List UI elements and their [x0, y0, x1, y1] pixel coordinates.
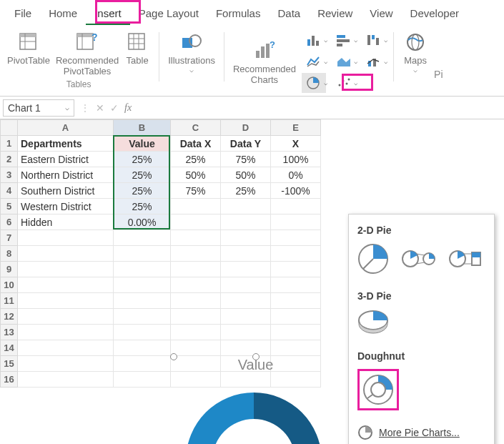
row-header[interactable]: 9 — [1, 262, 18, 277]
cell[interactable] — [221, 277, 271, 293]
row-header[interactable]: 2 — [1, 152, 18, 167]
cell[interactable]: Northern District — [18, 167, 114, 183]
illustrations-button[interactable]: Illustrations ⌵ — [167, 28, 217, 75]
pivottable-button[interactable]: PivotTable — [6, 28, 51, 67]
cell[interactable] — [221, 214, 271, 230]
row-header[interactable]: 15 — [1, 356, 18, 372]
cell[interactable]: 100% — [271, 152, 321, 167]
cell[interactable]: Value — [114, 136, 171, 152]
table-button[interactable]: Table — [123, 28, 152, 67]
cell[interactable] — [271, 262, 321, 277]
cell[interactable]: Hidden — [18, 214, 114, 230]
enter-icon[interactable]: ✓ — [110, 102, 119, 114]
scatter-chart-button[interactable]: ⌵ — [332, 73, 356, 93]
cell[interactable] — [221, 199, 271, 214]
cell[interactable] — [221, 230, 271, 246]
area-chart-button[interactable]: ⌵ — [332, 51, 356, 71]
tab-formulas[interactable]: Formulas — [207, 3, 270, 25]
cell[interactable] — [171, 246, 221, 262]
cell[interactable] — [114, 246, 171, 262]
combo-chart-button[interactable]: ⌵ — [362, 51, 386, 71]
cell[interactable]: Western District — [18, 199, 114, 214]
cell[interactable] — [114, 293, 171, 309]
cell[interactable] — [271, 309, 321, 325]
cell[interactable] — [271, 246, 321, 262]
cell[interactable] — [18, 277, 114, 293]
row-header[interactable]: 10 — [1, 277, 18, 293]
pie-3d-option[interactable] — [357, 309, 389, 335]
cell[interactable] — [221, 262, 271, 277]
pie-chart-button[interactable]: ⌵ — [302, 73, 326, 93]
more-pie-charts-link[interactable]: More Pie Charts... — [357, 425, 485, 440]
select-all-corner[interactable] — [1, 120, 18, 136]
col-header-A[interactable]: A — [18, 120, 114, 136]
cell[interactable] — [114, 325, 171, 340]
cell[interactable]: Southern District — [18, 183, 114, 199]
cell[interactable] — [114, 309, 171, 325]
cell[interactable] — [221, 325, 271, 340]
cell[interactable] — [114, 262, 171, 277]
cell[interactable] — [114, 356, 171, 372]
cell[interactable] — [271, 230, 321, 246]
cell[interactable] — [18, 293, 114, 309]
cell[interactable] — [271, 214, 321, 230]
formula-input[interactable] — [137, 100, 501, 116]
cell[interactable]: Eastern District — [18, 152, 114, 167]
row-header[interactable]: 5 — [1, 199, 18, 214]
tab-view[interactable]: View — [361, 3, 401, 25]
cell[interactable] — [18, 325, 114, 340]
worksheet[interactable]: ABCDE 1DepartmentsValueData XData YX2Eas… — [0, 119, 504, 388]
cell[interactable]: 50% — [171, 167, 221, 183]
pie-of-pie-option[interactable] — [402, 247, 436, 271]
bar-chart-button[interactable]: ⌵ — [332, 30, 356, 50]
cell[interactable]: 25% — [114, 152, 171, 167]
cell[interactable] — [171, 230, 221, 246]
row-header[interactable]: 12 — [1, 309, 18, 325]
cell[interactable] — [221, 246, 271, 262]
cell[interactable] — [171, 293, 221, 309]
doughnut-option[interactable] — [362, 374, 394, 405]
cell[interactable] — [171, 309, 221, 325]
row-header[interactable]: 6 — [1, 214, 18, 230]
row-header[interactable]: 11 — [1, 293, 18, 309]
row-header[interactable]: 3 — [1, 167, 18, 183]
cell[interactable]: 75% — [221, 152, 271, 167]
cell[interactable] — [221, 340, 271, 356]
fx-button[interactable]: fx — [124, 102, 132, 114]
cell[interactable] — [18, 372, 114, 388]
cell[interactable] — [18, 356, 114, 372]
rec-charts-button[interactable]: ? Recommended Charts — [232, 36, 297, 87]
cell[interactable] — [171, 199, 221, 214]
cell[interactable]: Departments — [18, 136, 114, 152]
cell[interactable]: Data X — [171, 136, 221, 152]
cell[interactable] — [18, 340, 114, 356]
cell[interactable] — [114, 340, 171, 356]
cell[interactable]: -100% — [271, 183, 321, 199]
row-header[interactable]: 16 — [1, 372, 18, 388]
maps-button[interactable]: Maps ⌵ — [401, 28, 430, 75]
cell[interactable]: 25% — [171, 152, 221, 167]
line-chart-button[interactable]: ⌵ — [302, 51, 326, 71]
cell[interactable]: Data Y — [221, 136, 271, 152]
col-header-D[interactable]: D — [221, 120, 271, 136]
cell[interactable] — [18, 230, 114, 246]
row-header[interactable]: 13 — [1, 325, 18, 340]
row-header[interactable]: 1 — [1, 136, 18, 152]
cell[interactable]: 25% — [114, 183, 171, 199]
cell[interactable] — [18, 246, 114, 262]
cell[interactable] — [114, 372, 171, 388]
tab-developer[interactable]: Developer — [402, 3, 468, 25]
cell[interactable] — [221, 293, 271, 309]
cell[interactable] — [171, 214, 221, 230]
cell[interactable] — [171, 340, 221, 356]
cancel-icon[interactable]: ✕ — [96, 102, 104, 114]
name-box[interactable]: Chart 1 ⌵ — [3, 99, 74, 117]
cell[interactable] — [271, 199, 321, 214]
tab-data[interactable]: Data — [269, 3, 309, 25]
waterfall-chart-button[interactable]: ⌵ — [362, 30, 386, 50]
cell[interactable]: 25% — [114, 199, 171, 214]
cell[interactable] — [171, 277, 221, 293]
pie-2d-option[interactable] — [357, 243, 389, 275]
column-chart-button[interactable]: ⌵ — [302, 30, 326, 50]
row-header[interactable]: 4 — [1, 183, 18, 199]
